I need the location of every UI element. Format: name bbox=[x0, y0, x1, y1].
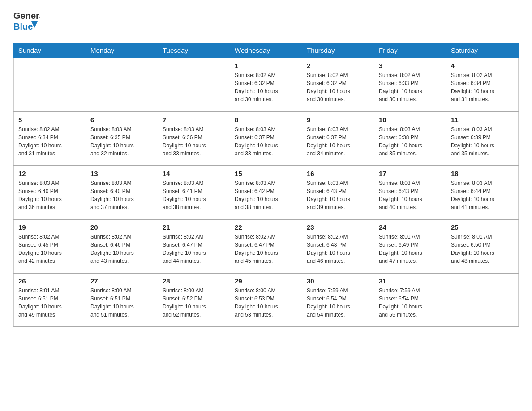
calendar-cell bbox=[14, 58, 86, 112]
day-info: Sunrise: 8:03 AM Sunset: 6:38 PM Dayligh… bbox=[379, 125, 442, 158]
day-info: Sunrise: 8:03 AM Sunset: 6:37 PM Dayligh… bbox=[235, 125, 297, 158]
day-info: Sunrise: 8:02 AM Sunset: 6:33 PM Dayligh… bbox=[379, 71, 442, 103]
calendar-cell: 18Sunrise: 8:03 AM Sunset: 6:44 PM Dayli… bbox=[446, 166, 519, 219]
day-info: Sunrise: 8:03 AM Sunset: 6:36 PM Dayligh… bbox=[163, 125, 225, 158]
day-number: 20 bbox=[90, 223, 153, 231]
day-info: Sunrise: 7:59 AM Sunset: 6:54 PM Dayligh… bbox=[379, 287, 442, 319]
calendar-cell: 22Sunrise: 8:02 AM Sunset: 6:47 PM Dayli… bbox=[230, 219, 302, 273]
day-info: Sunrise: 8:02 AM Sunset: 6:32 PM Dayligh… bbox=[235, 71, 297, 103]
calendar-cell: 26Sunrise: 8:01 AM Sunset: 6:51 PM Dayli… bbox=[14, 273, 86, 327]
page-header: General Blue bbox=[13, 9, 519, 34]
day-info: Sunrise: 8:03 AM Sunset: 6:44 PM Dayligh… bbox=[451, 179, 514, 211]
day-number: 25 bbox=[451, 223, 514, 231]
calendar-cell: 29Sunrise: 8:00 AM Sunset: 6:53 PM Dayli… bbox=[230, 273, 302, 327]
day-number: 30 bbox=[307, 277, 369, 285]
day-number: 9 bbox=[307, 116, 369, 124]
calendar-week-row: 5Sunrise: 8:02 AM Sunset: 6:34 PM Daylig… bbox=[14, 112, 519, 166]
header-friday: Friday bbox=[374, 43, 446, 58]
calendar-cell: 19Sunrise: 8:02 AM Sunset: 6:45 PM Dayli… bbox=[14, 219, 86, 273]
calendar-week-row: 19Sunrise: 8:02 AM Sunset: 6:45 PM Dayli… bbox=[14, 219, 519, 273]
day-number: 17 bbox=[379, 170, 442, 177]
calendar-week-row: 26Sunrise: 8:01 AM Sunset: 6:51 PM Dayli… bbox=[14, 273, 519, 327]
calendar-cell: 1Sunrise: 8:02 AM Sunset: 6:32 PM Daylig… bbox=[230, 58, 302, 112]
calendar-week-row: 12Sunrise: 8:03 AM Sunset: 6:40 PM Dayli… bbox=[14, 166, 519, 219]
day-number: 12 bbox=[18, 170, 81, 177]
day-number: 23 bbox=[307, 223, 369, 231]
calendar-cell: 14Sunrise: 8:03 AM Sunset: 6:41 PM Dayli… bbox=[158, 166, 230, 219]
day-info: Sunrise: 8:03 AM Sunset: 6:39 PM Dayligh… bbox=[451, 125, 514, 158]
day-info: Sunrise: 8:02 AM Sunset: 6:46 PM Dayligh… bbox=[90, 233, 153, 265]
calendar-cell bbox=[158, 58, 230, 112]
day-info: Sunrise: 8:02 AM Sunset: 6:47 PM Dayligh… bbox=[235, 233, 297, 265]
logo: General Blue bbox=[13, 9, 40, 34]
calendar-cell: 6Sunrise: 8:03 AM Sunset: 6:35 PM Daylig… bbox=[86, 112, 158, 166]
day-number: 4 bbox=[451, 62, 514, 69]
calendar-cell: 9Sunrise: 8:03 AM Sunset: 6:37 PM Daylig… bbox=[302, 112, 374, 166]
day-number: 2 bbox=[307, 62, 369, 69]
calendar-cell: 15Sunrise: 8:03 AM Sunset: 6:42 PM Dayli… bbox=[230, 166, 302, 219]
calendar-cell: 12Sunrise: 8:03 AM Sunset: 6:40 PM Dayli… bbox=[14, 166, 86, 219]
calendar-week-row: 1Sunrise: 8:02 AM Sunset: 6:32 PM Daylig… bbox=[14, 58, 519, 112]
header-monday: Monday bbox=[86, 43, 158, 58]
day-number: 27 bbox=[90, 277, 153, 285]
calendar-cell: 27Sunrise: 8:00 AM Sunset: 6:51 PM Dayli… bbox=[86, 273, 158, 327]
day-info: Sunrise: 8:02 AM Sunset: 6:32 PM Dayligh… bbox=[307, 71, 369, 103]
svg-text:General: General bbox=[13, 11, 40, 21]
header-thursday: Thursday bbox=[302, 43, 374, 58]
day-info: Sunrise: 8:02 AM Sunset: 6:48 PM Dayligh… bbox=[307, 233, 369, 265]
day-info: Sunrise: 8:02 AM Sunset: 6:47 PM Dayligh… bbox=[163, 233, 225, 265]
day-number: 8 bbox=[235, 116, 297, 124]
calendar-cell: 16Sunrise: 8:03 AM Sunset: 6:43 PM Dayli… bbox=[302, 166, 374, 219]
day-number: 1 bbox=[235, 62, 297, 69]
day-info: Sunrise: 8:01 AM Sunset: 6:49 PM Dayligh… bbox=[379, 233, 442, 265]
day-info: Sunrise: 8:03 AM Sunset: 6:40 PM Dayligh… bbox=[90, 179, 153, 211]
day-number: 22 bbox=[235, 223, 297, 231]
svg-text:Blue: Blue bbox=[13, 21, 33, 31]
day-number: 13 bbox=[90, 170, 153, 177]
logo-icon: General Blue bbox=[13, 9, 40, 34]
day-number: 29 bbox=[235, 277, 297, 285]
day-info: Sunrise: 8:01 AM Sunset: 6:51 PM Dayligh… bbox=[18, 287, 81, 319]
calendar-cell: 10Sunrise: 8:03 AM Sunset: 6:38 PM Dayli… bbox=[374, 112, 446, 166]
day-info: Sunrise: 8:03 AM Sunset: 6:41 PM Dayligh… bbox=[163, 179, 225, 211]
day-info: Sunrise: 8:03 AM Sunset: 6:43 PM Dayligh… bbox=[307, 179, 369, 211]
day-info: Sunrise: 8:01 AM Sunset: 6:50 PM Dayligh… bbox=[451, 233, 514, 265]
header-sunday: Sunday bbox=[14, 43, 86, 58]
day-number: 14 bbox=[163, 170, 225, 177]
day-info: Sunrise: 8:03 AM Sunset: 6:37 PM Dayligh… bbox=[307, 125, 369, 158]
day-number: 7 bbox=[163, 116, 225, 124]
day-number: 26 bbox=[18, 277, 81, 285]
day-number: 24 bbox=[379, 223, 442, 231]
calendar-cell: 30Sunrise: 7:59 AM Sunset: 6:54 PM Dayli… bbox=[302, 273, 374, 327]
day-number: 21 bbox=[163, 223, 225, 231]
calendar-table: SundayMondayTuesdayWednesdayThursdayFrid… bbox=[13, 43, 519, 327]
calendar-cell: 28Sunrise: 8:00 AM Sunset: 6:52 PM Dayli… bbox=[158, 273, 230, 327]
calendar-cell: 25Sunrise: 8:01 AM Sunset: 6:50 PM Dayli… bbox=[446, 219, 519, 273]
day-info: Sunrise: 8:03 AM Sunset: 6:42 PM Dayligh… bbox=[235, 179, 297, 211]
day-number: 18 bbox=[451, 170, 514, 177]
day-info: Sunrise: 8:03 AM Sunset: 6:35 PM Dayligh… bbox=[90, 125, 153, 158]
day-number: 28 bbox=[163, 277, 225, 285]
calendar-cell: 5Sunrise: 8:02 AM Sunset: 6:34 PM Daylig… bbox=[14, 112, 86, 166]
calendar-cell: 13Sunrise: 8:03 AM Sunset: 6:40 PM Dayli… bbox=[86, 166, 158, 219]
day-info: Sunrise: 7:59 AM Sunset: 6:54 PM Dayligh… bbox=[307, 287, 369, 319]
day-info: Sunrise: 8:02 AM Sunset: 6:45 PM Dayligh… bbox=[18, 233, 81, 265]
day-info: Sunrise: 8:00 AM Sunset: 6:52 PM Dayligh… bbox=[163, 287, 225, 319]
day-number: 31 bbox=[379, 277, 442, 285]
header-saturday: Saturday bbox=[446, 43, 519, 58]
calendar-cell: 4Sunrise: 8:02 AM Sunset: 6:34 PM Daylig… bbox=[446, 58, 519, 112]
calendar-cell bbox=[86, 58, 158, 112]
day-number: 6 bbox=[90, 116, 153, 124]
calendar-cell bbox=[446, 273, 519, 327]
calendar-cell: 17Sunrise: 8:03 AM Sunset: 6:43 PM Dayli… bbox=[374, 166, 446, 219]
day-number: 10 bbox=[379, 116, 442, 124]
day-number: 5 bbox=[18, 116, 81, 124]
calendar-cell: 3Sunrise: 8:02 AM Sunset: 6:33 PM Daylig… bbox=[374, 58, 446, 112]
calendar-cell: 2Sunrise: 8:02 AM Sunset: 6:32 PM Daylig… bbox=[302, 58, 374, 112]
day-info: Sunrise: 8:02 AM Sunset: 6:34 PM Dayligh… bbox=[451, 71, 514, 103]
day-number: 16 bbox=[307, 170, 369, 177]
day-number: 11 bbox=[451, 116, 514, 124]
calendar-cell: 31Sunrise: 7:59 AM Sunset: 6:54 PM Dayli… bbox=[374, 273, 446, 327]
header-wednesday: Wednesday bbox=[230, 43, 302, 58]
calendar-cell: 11Sunrise: 8:03 AM Sunset: 6:39 PM Dayli… bbox=[446, 112, 519, 166]
